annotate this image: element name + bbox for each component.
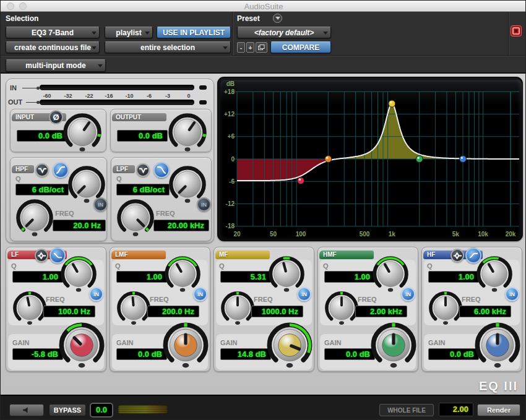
lpf-freq-display[interactable]: 20.00 kHz xyxy=(153,220,209,231)
q-display[interactable]: 1.00 xyxy=(116,271,167,283)
file-mode-selector[interactable]: create continuous file xyxy=(6,41,100,53)
bypass-button[interactable]: BYPASS xyxy=(49,404,86,416)
hf-gain-knob[interactable] xyxy=(474,322,521,369)
q-display[interactable]: 1.00 xyxy=(324,271,375,283)
lpf-freq-knob[interactable] xyxy=(116,199,155,237)
whole-file-button[interactable]: WHOLE FILE xyxy=(379,404,434,416)
q-display[interactable]: 1.00 xyxy=(12,271,63,283)
lf-in-button[interactable]: IN xyxy=(89,287,103,301)
gain-display[interactable]: 14.8 dB xyxy=(220,348,271,360)
chevron-down-icon xyxy=(145,32,150,35)
use-in-playlist-button[interactable]: USE IN PLAYLIST xyxy=(157,27,231,38)
input-gain-knob[interactable] xyxy=(63,113,102,152)
lf-q-knob[interactable] xyxy=(60,255,97,293)
hpf-freq-knob[interactable] xyxy=(15,199,54,237)
q-display[interactable]: 1.00 xyxy=(428,271,479,283)
freq-display[interactable]: 6.00 kHz xyxy=(459,306,511,317)
peak-icon xyxy=(37,251,46,260)
preset-menu-button[interactable] xyxy=(273,14,282,23)
plugin-automation-button[interactable] xyxy=(511,25,522,36)
lpf-slope-display[interactable]: 6 dB/oct xyxy=(116,184,170,195)
q-label: Q xyxy=(115,262,121,270)
hf-band-handle xyxy=(460,156,467,163)
playlist-selector[interactable]: playlist xyxy=(105,27,153,38)
hpf-in-button[interactable]: IN xyxy=(93,197,108,212)
output-gain-display[interactable]: 0.0 dB xyxy=(117,130,168,142)
selection-header: Selection xyxy=(6,14,38,23)
lmf-in-button[interactable]: IN xyxy=(193,287,207,301)
render-button[interactable]: Render xyxy=(477,404,520,416)
hpf-highpass-button[interactable] xyxy=(53,162,69,178)
lf-freq-knob[interactable] xyxy=(12,291,47,325)
notch-icon xyxy=(38,166,47,175)
mf-q-knob[interactable] xyxy=(268,255,305,293)
handle-length-display[interactable]: 2.00 xyxy=(439,403,473,416)
mf-freq-knob[interactable] xyxy=(220,291,255,325)
lf-band-handle xyxy=(298,178,304,184)
hf-peak-button[interactable] xyxy=(451,249,464,262)
hmf-in-button[interactable]: IN xyxy=(401,287,415,301)
input-gain-display[interactable]: 0.0 dB xyxy=(17,130,67,142)
audiosuite-window: AudioSuite Selection Preset EQ3 7-Band p… xyxy=(0,0,526,420)
band-label: HMF xyxy=(323,251,337,258)
hmf-q-knob[interactable] xyxy=(372,255,409,293)
meter-tick: -32 xyxy=(64,93,72,99)
hf-q-knob[interactable] xyxy=(476,255,513,293)
lf-shelf-button[interactable] xyxy=(50,247,66,264)
preset-selector[interactable]: <factory default> xyxy=(237,27,331,38)
q-display[interactable]: 5.31 xyxy=(220,271,271,283)
hpf-freq-display[interactable]: 20.0 Hz xyxy=(53,220,106,231)
lmf-band-handle xyxy=(325,156,332,163)
lpf-notch-button[interactable] xyxy=(136,163,150,177)
plugin-selector[interactable]: EQ3 7-Band xyxy=(6,27,100,38)
preset-increment-button[interactable]: + xyxy=(246,42,254,53)
input-mode-selector[interactable]: multi-input mode xyxy=(6,59,106,72)
gain-label: GAIN xyxy=(428,339,446,346)
audiosuite-toolbar: Selection Preset EQ3 7-Band playlist USE… xyxy=(1,12,526,74)
eq-frequency-graph[interactable]: dB+18+12+60-6-12-1820501005001k5k10k20k xyxy=(217,77,523,241)
mf-in-button[interactable]: IN xyxy=(297,287,311,301)
freq-display[interactable]: 200.0 Hz xyxy=(147,306,199,317)
phase-invert-button[interactable]: Ø xyxy=(49,110,63,124)
hf-in-button[interactable]: IN xyxy=(505,287,519,301)
q-label: Q xyxy=(427,262,433,270)
preset-decrement-button[interactable]: - xyxy=(237,42,245,53)
gain-display[interactable]: 0.0 dB xyxy=(116,348,167,360)
gain-display[interactable]: 0.0 dB xyxy=(428,348,479,360)
output-gain-knob[interactable] xyxy=(168,113,207,152)
svg-text:20k: 20k xyxy=(506,231,516,238)
gain-display[interactable]: -5.8 dB xyxy=(12,348,63,360)
selection-range-selector[interactable]: entire selection xyxy=(105,41,231,53)
lf-gain-knob[interactable] xyxy=(58,322,105,369)
hf-shelf-button[interactable] xyxy=(465,247,481,264)
compare-button[interactable]: COMPARE xyxy=(270,41,331,53)
preview-volume-display[interactable]: 0.0 xyxy=(90,403,113,418)
freq-display[interactable]: 1000.0 Hz xyxy=(251,306,303,317)
out-clip-led[interactable] xyxy=(199,100,207,105)
hpf-notch-button[interactable] xyxy=(35,163,49,177)
hmf-band-module: HMF Q 1.00 IN FREQ 2.00 kHz GAIN 0.0 dB xyxy=(317,247,418,372)
hpf-slope-display[interactable]: 6 dB/oct xyxy=(15,184,69,195)
lpf-lowpass-button[interactable] xyxy=(153,162,170,178)
svg-text:-12: -12 xyxy=(226,200,235,207)
hmf-freq-knob[interactable] xyxy=(324,291,359,325)
hf-freq-knob[interactable] xyxy=(428,291,463,325)
lf-peak-button[interactable] xyxy=(35,249,48,262)
lpf-in-button[interactable]: IN xyxy=(197,197,211,212)
freq-display[interactable]: 100.0 Hz xyxy=(43,306,95,317)
freq-display[interactable]: 2.00 kHz xyxy=(355,306,407,317)
preview-button[interactable] xyxy=(9,404,44,416)
copy-settings-button[interactable] xyxy=(256,42,267,53)
svg-text:50: 50 xyxy=(270,231,277,238)
arrow-icon xyxy=(26,102,37,103)
mf-gain-knob[interactable] xyxy=(266,322,313,369)
out-level-meter xyxy=(40,100,194,105)
lmf-q-knob[interactable] xyxy=(164,255,201,293)
gain-display[interactable]: 0.0 dB xyxy=(324,348,375,360)
q-label: Q xyxy=(11,262,17,270)
high-shelf-icon xyxy=(469,251,478,260)
in-clip-led[interactable] xyxy=(199,85,207,90)
lmf-gain-knob[interactable] xyxy=(162,322,209,369)
lmf-freq-knob[interactable] xyxy=(116,291,151,325)
hmf-gain-knob[interactable] xyxy=(370,322,417,369)
